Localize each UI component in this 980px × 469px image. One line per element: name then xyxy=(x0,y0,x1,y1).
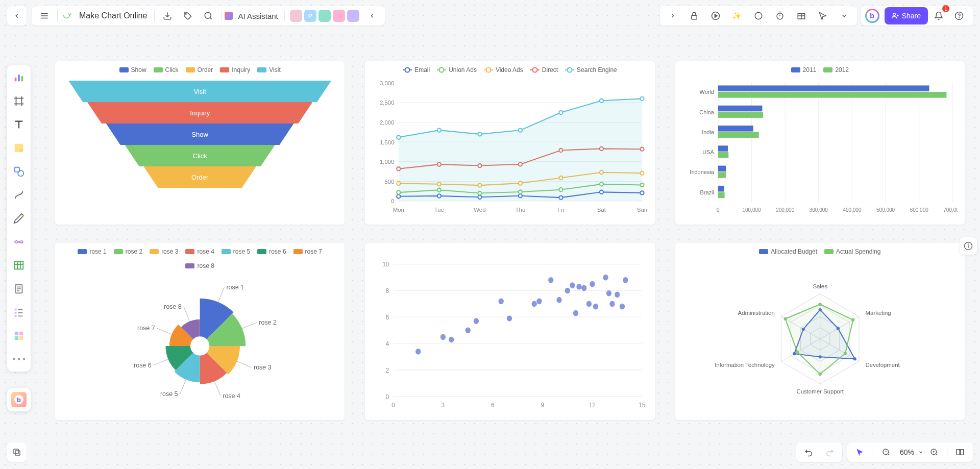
zoom-in-button[interactable] xyxy=(924,442,944,462)
svg-point-195 xyxy=(581,285,586,291)
svg-text:100,000: 100,000 xyxy=(742,207,761,213)
svg-text:Sun: Sun xyxy=(637,207,647,213)
svg-point-182 xyxy=(449,336,454,342)
svg-point-221 xyxy=(793,352,796,355)
svg-text:Tue: Tue xyxy=(434,207,444,213)
table-tool[interactable] xyxy=(11,257,27,274)
help-button[interactable] xyxy=(949,6,969,26)
svg-rect-135 xyxy=(718,126,753,132)
bar-chart-card[interactable]: 20112012 0100,000200,000300,000400,00050… xyxy=(675,61,965,225)
redo-button[interactable] xyxy=(820,442,839,462)
scatter-chart-card[interactable]: 024681003691215 xyxy=(365,243,654,421)
more-top-button[interactable] xyxy=(835,6,854,26)
svg-rect-7 xyxy=(691,15,697,19)
chart-tool[interactable] xyxy=(11,69,27,86)
svg-line-154 xyxy=(180,379,186,394)
svg-text:15: 15 xyxy=(639,401,646,409)
svg-line-156 xyxy=(154,359,168,365)
svg-rect-144 xyxy=(718,186,724,192)
menu-button[interactable] xyxy=(35,6,54,26)
search-button[interactable] xyxy=(199,6,218,26)
back-button[interactable] xyxy=(7,6,27,26)
ai-icon xyxy=(225,12,233,20)
svg-rect-145 xyxy=(718,192,725,199)
svg-point-227 xyxy=(796,350,799,353)
svg-point-197 xyxy=(590,281,595,287)
svg-point-191 xyxy=(565,287,570,293)
svg-text:Administration: Administration xyxy=(738,309,774,315)
more-tools[interactable]: • • • xyxy=(11,351,27,367)
svg-point-198 xyxy=(593,303,598,309)
svg-line-158 xyxy=(157,328,172,334)
pen-tool[interactable] xyxy=(11,210,27,227)
template-tool[interactable] xyxy=(11,328,27,344)
svg-point-189 xyxy=(548,277,553,283)
info-button[interactable] xyxy=(960,237,977,255)
svg-rect-50 xyxy=(19,332,23,335)
ai-assistant-button[interactable]: AI Assistant xyxy=(235,12,281,20)
svg-text:500,000: 500,000 xyxy=(876,207,895,213)
svg-text:0: 0 xyxy=(386,393,389,401)
svg-line-6 xyxy=(210,17,212,19)
scatter-chart: 024681003691215 xyxy=(372,258,647,413)
rose-chart-card[interactable]: rose 1rose 2rose 3rose 4rose 5rose 6rose… xyxy=(55,243,345,421)
svg-marker-9 xyxy=(715,14,717,17)
svg-point-185 xyxy=(499,298,504,304)
notifications-button[interactable]: 1 xyxy=(929,6,948,26)
svg-point-181 xyxy=(440,334,446,340)
user-avatars[interactable]: P xyxy=(288,10,361,22)
download-button[interactable] xyxy=(158,6,177,26)
svg-text:Customer Support: Customer Support xyxy=(796,388,844,394)
svg-text:400,000: 400,000 xyxy=(843,207,861,213)
table-icon-button[interactable] xyxy=(792,6,811,26)
document-title[interactable]: Make Chart Online xyxy=(75,11,151,20)
svg-text:Sat: Sat xyxy=(597,207,606,213)
svg-text:Information Technology: Information Technology xyxy=(715,362,775,368)
fit-view-button[interactable] xyxy=(950,442,970,462)
circle-icon-button[interactable] xyxy=(749,6,768,26)
zoom-out-button[interactable] xyxy=(876,442,896,462)
svg-point-55 xyxy=(968,244,969,244)
canvas[interactable]: ShowClickOrderInquiryVisit VisitInquiryS… xyxy=(55,61,965,418)
connector-tool[interactable] xyxy=(11,187,27,203)
layers-button[interactable] xyxy=(7,442,27,462)
effects-button[interactable]: ✨ xyxy=(727,6,747,26)
title-bar-group: Make Chart Online AI Assistant P xyxy=(32,6,385,26)
lock-icon-button[interactable] xyxy=(684,6,704,26)
cursor-icon-button[interactable] xyxy=(813,6,832,26)
share-button[interactable]: Share xyxy=(885,7,928,24)
svg-point-200 xyxy=(606,290,611,297)
radar-chart-card[interactable]: Allocated BudgetActual Spending SalesMar… xyxy=(675,243,965,421)
svg-line-150 xyxy=(237,361,252,367)
svg-point-184 xyxy=(474,318,479,324)
expand-right-icon[interactable] xyxy=(663,6,682,26)
brand-logo-icon[interactable] xyxy=(865,9,879,23)
document-tool[interactable] xyxy=(11,281,27,297)
shapes-tool[interactable] xyxy=(11,163,27,180)
svg-text:Wed: Wed xyxy=(474,207,486,213)
flow-tool[interactable] xyxy=(11,234,27,250)
svg-point-110 xyxy=(600,99,603,103)
line-chart-card[interactable]: EmailUnion AdsVideo AdsDirectSearch Engi… xyxy=(365,61,654,225)
undo-button[interactable] xyxy=(799,442,819,462)
collapse-left-icon[interactable] xyxy=(362,6,382,26)
svg-rect-141 xyxy=(718,166,726,172)
svg-text:rose 5: rose 5 xyxy=(160,390,178,398)
tag-button[interactable] xyxy=(178,6,198,26)
svg-rect-22 xyxy=(15,78,17,81)
sticky-note-tool[interactable] xyxy=(11,140,27,156)
svg-point-190 xyxy=(557,297,562,303)
zoom-level[interactable]: 60% xyxy=(897,448,917,456)
funnel-chart-card[interactable]: ShowClickOrderInquiryVisit VisitInquiryS… xyxy=(55,61,345,225)
list-tool[interactable] xyxy=(11,304,27,320)
svg-point-203 xyxy=(620,303,625,309)
svg-rect-142 xyxy=(718,172,726,178)
text-tool[interactable] xyxy=(11,116,27,133)
timer-button[interactable] xyxy=(770,6,790,26)
pointer-tool[interactable] xyxy=(850,442,870,462)
frame-tool[interactable] xyxy=(11,93,27,109)
svg-line-146 xyxy=(218,287,224,302)
brand-square-button[interactable] xyxy=(7,388,31,411)
play-button[interactable] xyxy=(706,6,725,26)
svg-point-223 xyxy=(818,303,821,306)
